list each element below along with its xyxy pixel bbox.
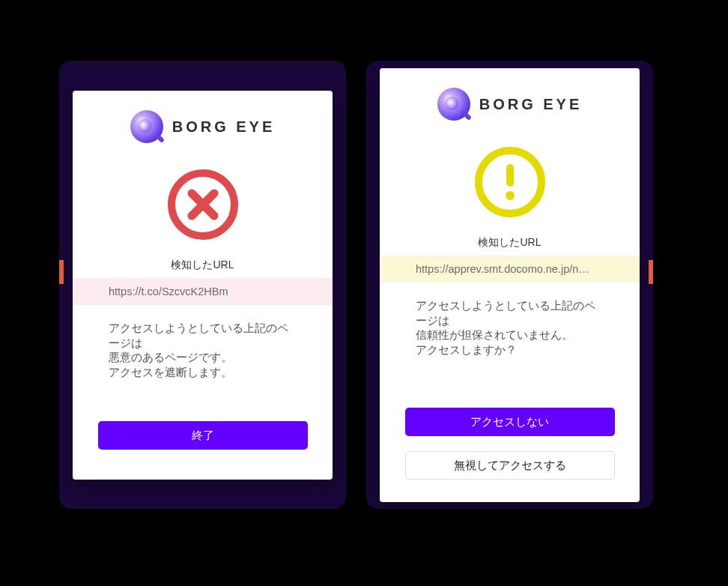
deny-access-button[interactable]: アクセスしない xyxy=(405,408,615,436)
alert-message-line: アクセスを遮断します。 xyxy=(109,366,297,381)
svg-rect-2 xyxy=(506,164,514,187)
accent-sliver-right xyxy=(649,260,653,284)
ignore-access-button[interactable]: 無視してアクセスする xyxy=(405,451,615,480)
alert-message-line: アクセスしようとしている上記のページは xyxy=(109,321,297,351)
detected-url-label: 検知したURL xyxy=(478,236,541,250)
brand-logo: BORG EYE xyxy=(437,88,583,121)
warning-icon xyxy=(473,145,547,223)
alert-message-line: アクセスしますか？ xyxy=(416,343,604,358)
detected-url-value: https://t.co/SzcvcK2HBm xyxy=(73,278,333,305)
close-button[interactable]: 終了 xyxy=(98,421,308,450)
alert-card-blocked: BORG EYE 検知したURL https://t.co/SzcvcK2HBm… xyxy=(73,91,333,480)
alert-message-line: 悪意のあるページです。 xyxy=(109,351,297,366)
brand-logo-icon xyxy=(437,88,470,121)
detected-url-label: 検知したURL xyxy=(171,259,234,272)
detected-url-value: https://apprev.smt.docomo.ne.jp/n… xyxy=(380,256,640,283)
alert-card-warning: BORG EYE 検知したURL https://apprev.smt.doco… xyxy=(380,68,640,502)
alert-message: アクセスしようとしている上記のページは 信頼性が担保されていません。 アクセスし… xyxy=(380,283,640,357)
accent-sliver-left xyxy=(59,260,64,284)
brand-logo-text: BORG EYE xyxy=(172,118,276,136)
blocked-icon xyxy=(166,167,240,245)
svg-point-3 xyxy=(506,191,515,200)
alert-message-line: アクセスしようとしている上記のページは xyxy=(416,299,604,328)
alert-message: アクセスしようとしている上記のページは 悪意のあるページです。 アクセスを遮断し… xyxy=(73,305,333,380)
alert-message-line: 信頼性が担保されていません。 xyxy=(416,328,604,343)
brand-logo-text: BORG EYE xyxy=(479,96,583,113)
brand-logo: BORG EYE xyxy=(130,110,276,143)
brand-logo-icon xyxy=(130,110,163,143)
